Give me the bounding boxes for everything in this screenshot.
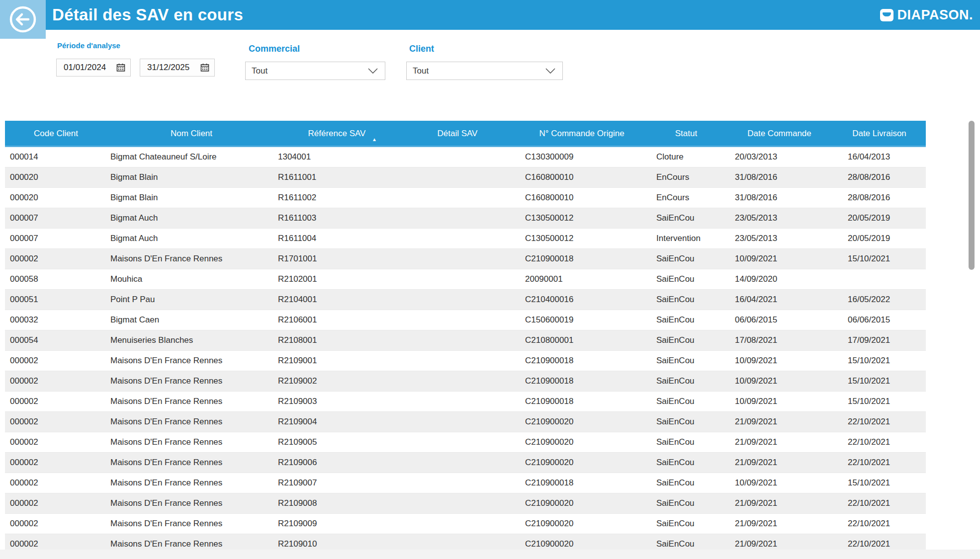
- horizontal-scrollbar-track[interactable]: [0, 550, 980, 559]
- table-row[interactable]: 000002Maisons D'En France RennesR2109003…: [5, 392, 926, 412]
- cell-detail-sav: [398, 473, 517, 493]
- cell-date-commande: 23/05/2013: [726, 229, 833, 248]
- diapason-logo: DIAPASON.: [880, 0, 973, 30]
- table-row[interactable]: 000014Bigmat Chateauneuf S/Loire1304001C…: [5, 147, 926, 167]
- cell-commande-origine: C210900020: [517, 432, 646, 452]
- cell-reference-sav: R1611003: [276, 208, 398, 228]
- cell-code-client: 000058: [5, 269, 107, 289]
- table-row[interactable]: 000002Maisons D'En France RennesR2109001…: [5, 351, 926, 371]
- commercial-selected-value: Tout: [252, 66, 267, 76]
- cell-date-livraison: 28/08/2016: [833, 188, 926, 208]
- cell-code-client: 000002: [5, 371, 107, 391]
- cell-reference-sav: R2109004: [276, 412, 398, 432]
- cell-code-client: 000002: [5, 473, 107, 493]
- end-date-input[interactable]: 31/12/2025: [140, 59, 215, 77]
- cell-code-client: 000002: [5, 514, 107, 534]
- table-row[interactable]: 000002Maisons D'En France RennesR2109006…: [5, 453, 926, 473]
- table-row[interactable]: 000032Bigmat CaenR2106001C150600019SaiEn…: [5, 310, 926, 330]
- table-row[interactable]: 000020Bigmat BlainR1611001C160800010EnCo…: [5, 167, 926, 188]
- back-button[interactable]: [0, 0, 46, 39]
- cell-date-livraison: 15/10/2021: [833, 371, 926, 391]
- cell-statut: SaiEnCou: [646, 432, 726, 452]
- cell-commande-origine: C210900020: [517, 514, 646, 534]
- table-row[interactable]: 000051Point P PauR2104001C210400016SaiEn…: [5, 290, 926, 310]
- vertical-scrollbar-thumb[interactable]: [969, 121, 975, 270]
- cell-reference-sav: R1701001: [276, 249, 398, 269]
- cell-statut: SaiEnCou: [646, 330, 726, 350]
- column-header-date-commande[interactable]: Date Commande: [726, 121, 833, 146]
- cell-commande-origine: C160800010: [517, 167, 646, 187]
- cell-detail-sav: [398, 310, 517, 330]
- cell-commande-origine: C130300009: [517, 147, 646, 167]
- column-header-reference-sav[interactable]: Référence SAV: [276, 121, 398, 146]
- column-header-date-livraison[interactable]: Date Livraison: [833, 121, 926, 146]
- client-label: Client: [409, 44, 434, 54]
- cell-nom-client: Maisons D'En France Rennes: [107, 453, 276, 473]
- cell-statut: EnCours: [646, 188, 726, 208]
- cell-date-commande: 06/06/2015: [726, 310, 833, 330]
- cell-date-commande: 21/09/2021: [726, 514, 833, 534]
- table-row[interactable]: 000002Maisons D'En France RennesR2109009…: [5, 514, 926, 534]
- cell-reference-sav: R2108001: [276, 330, 398, 350]
- cell-statut: SaiEnCou: [646, 392, 726, 411]
- sav-table: Code ClientNom ClientRéférence SAVDétail…: [5, 121, 926, 550]
- period-label: Période d'analyse: [57, 41, 120, 50]
- page-title: Détail des SAV en cours: [52, 0, 243, 30]
- cell-statut: Cloture: [646, 147, 726, 167]
- cell-nom-client: Bigmat Blain: [107, 167, 276, 187]
- table-row[interactable]: 000002Maisons D'En France RennesR2109008…: [5, 493, 926, 514]
- arrow-left-circle-icon: [9, 5, 37, 33]
- cell-nom-client: Menuiseries Blanches: [107, 330, 276, 350]
- cell-detail-sav: [398, 534, 517, 550]
- cell-commande-origine: C130500012: [517, 229, 646, 248]
- cell-statut: Intervention: [646, 229, 726, 248]
- table-body: 000014Bigmat Chateauneuf S/Loire1304001C…: [5, 147, 926, 550]
- cell-detail-sav: [398, 229, 517, 248]
- table-row[interactable]: 000020Bigmat BlainR1611002C160800010EnCo…: [5, 188, 926, 208]
- column-header-commande-origine[interactable]: N° Commande Origine: [517, 121, 646, 146]
- cell-date-livraison: 15/10/2021: [833, 249, 926, 269]
- cell-date-commande: 21/09/2021: [726, 453, 833, 473]
- table-row[interactable]: 000002Maisons D'En France RennesR2109004…: [5, 412, 926, 432]
- table-row[interactable]: 000002Maisons D'En France RennesR2109005…: [5, 432, 926, 453]
- cell-detail-sav: [398, 392, 517, 411]
- client-dropdown[interactable]: Tout: [406, 62, 563, 80]
- cell-statut: SaiEnCou: [646, 493, 726, 513]
- cell-code-client: 000002: [5, 432, 107, 452]
- commercial-dropdown[interactable]: Tout: [245, 62, 385, 80]
- cell-nom-client: Maisons D'En France Rennes: [107, 392, 276, 411]
- table-row[interactable]: 000002Maisons D'En France RennesR2109010…: [5, 534, 926, 550]
- table-row[interactable]: 000002Maisons D'En France RennesR2109007…: [5, 473, 926, 493]
- cell-code-client: 000007: [5, 229, 107, 248]
- chevron-down-icon: [368, 68, 378, 74]
- start-date-input[interactable]: 01/01/2024: [56, 59, 131, 77]
- table-row[interactable]: 000054Menuiseries BlanchesR2108001C21080…: [5, 330, 926, 351]
- cell-code-client: 000002: [5, 392, 107, 411]
- cell-commande-origine: C210900018: [517, 392, 646, 411]
- table-row[interactable]: 000007Bigmat AuchR1611003C130500012SaiEn…: [5, 208, 926, 229]
- cell-reference-sav: R2109002: [276, 371, 398, 391]
- calendar-icon[interactable]: [116, 63, 125, 72]
- brand-text: DIAPASON.: [897, 7, 973, 23]
- cell-reference-sav: R2109003: [276, 392, 398, 411]
- cell-nom-client: Maisons D'En France Rennes: [107, 514, 276, 534]
- cell-date-livraison: 22/10/2021: [833, 412, 926, 432]
- cell-reference-sav: 1304001: [276, 147, 398, 167]
- column-header-statut[interactable]: Statut: [646, 121, 726, 146]
- cell-date-commande: 21/09/2021: [726, 493, 833, 513]
- table-row[interactable]: 000007Bigmat AuchR1611004C130500012Inter…: [5, 229, 926, 249]
- column-header-detail-sav[interactable]: Détail SAV: [398, 121, 517, 146]
- column-header-nom-client[interactable]: Nom Client: [107, 121, 276, 146]
- cell-code-client: 000002: [5, 493, 107, 513]
- cell-date-commande: 10/09/2021: [726, 249, 833, 269]
- table-row[interactable]: 000058MouhicaR210200120090001SaiEnCou14/…: [5, 269, 926, 290]
- cell-detail-sav: [398, 412, 517, 432]
- column-header-code-client[interactable]: Code Client: [5, 121, 107, 146]
- cell-nom-client: Maisons D'En France Rennes: [107, 351, 276, 371]
- table-row[interactable]: 000002Maisons D'En France RennesR2109002…: [5, 371, 926, 392]
- cell-nom-client: Maisons D'En France Rennes: [107, 473, 276, 493]
- calendar-icon[interactable]: [200, 63, 209, 72]
- cell-statut: SaiEnCou: [646, 412, 726, 432]
- table-row[interactable]: 000002Maisons D'En France RennesR1701001…: [5, 249, 926, 269]
- commercial-label: Commercial: [249, 44, 300, 54]
